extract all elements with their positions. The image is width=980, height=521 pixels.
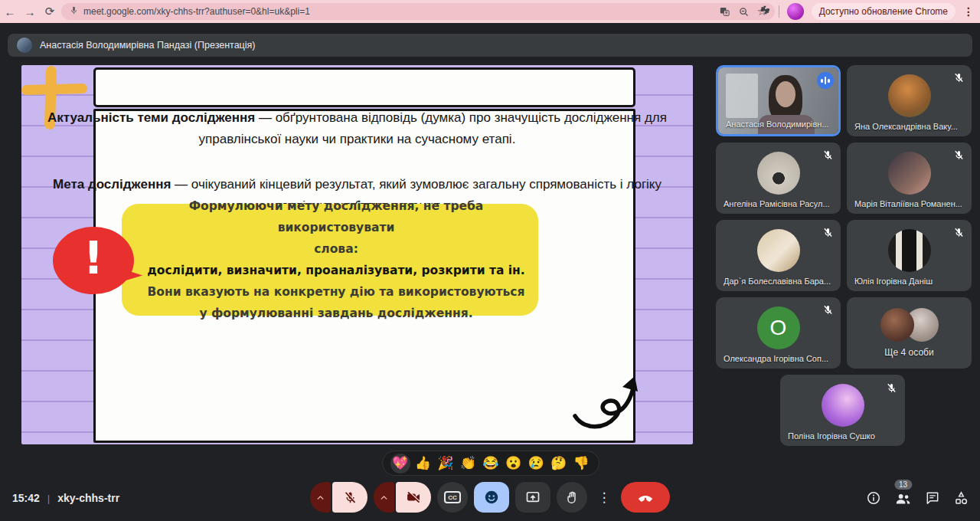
info-icon	[866, 490, 881, 506]
url-text[interactable]: meet.google.com/xky-chhs-trr?authuser=0&…	[83, 6, 711, 17]
hand-icon	[565, 490, 580, 505]
chevron-up-icon	[315, 493, 325, 503]
end-call-button[interactable]	[621, 482, 670, 513]
avatar	[757, 229, 800, 272]
camera-off-button[interactable]	[396, 482, 431, 513]
reaction-cry[interactable]: 😢	[526, 454, 546, 473]
mic-off-icon	[951, 147, 966, 162]
translate-icon[interactable]	[719, 6, 730, 18]
participant-tile[interactable]: Яна Олександрівна Ваку...	[847, 65, 972, 136]
participant-name: Марія Віталіївна Романен...	[854, 199, 962, 208]
present-button[interactable]	[515, 482, 550, 513]
reaction-laugh[interactable]: 😂	[481, 454, 501, 473]
browser-menu-icon[interactable]: ⋮	[963, 5, 974, 18]
smiley-icon	[483, 489, 500, 506]
mic-permission-icon[interactable]	[69, 5, 79, 18]
reactions-bar: 💖 👍 🎉 👏 😂 😮 😢 🤔 👎	[382, 451, 599, 476]
slide-header-box	[93, 67, 635, 107]
toolbar-separator	[779, 5, 779, 18]
captions-button[interactable]: CC	[437, 482, 468, 513]
chat-button[interactable]	[925, 490, 940, 506]
reload-button[interactable]: ⟳	[40, 5, 60, 18]
zoom-out-icon[interactable]	[738, 6, 750, 18]
camera-control	[374, 482, 431, 513]
curly-arrow-doodle	[570, 364, 647, 440]
mic-off-icon	[820, 147, 835, 162]
participant-tile[interactable]: Анастасія Володимирівн...	[716, 65, 841, 136]
presenter-bar[interactable]: Анастасія Володимирівна Пандазі (Презент…	[8, 34, 972, 57]
extensions-puzzle-icon[interactable]	[759, 4, 771, 19]
speaking-indicator-icon	[817, 72, 834, 89]
activities-button[interactable]	[953, 490, 969, 506]
avatar	[757, 152, 800, 195]
mic-off-icon	[820, 302, 835, 317]
participant-tile[interactable]: Ангеліна Рамісівна Расул...	[716, 143, 841, 214]
participant-tile[interactable]: Поліна Ігорівна Сушко	[780, 375, 905, 446]
slide-paragraph-actuality: Актуальність теми дослідження — обґрунто…	[28, 107, 687, 150]
reaction-thumbs-down[interactable]: 👎	[571, 454, 591, 473]
participant-tile[interactable]: Юлія Ігорівна Даніш	[847, 220, 972, 291]
avatar	[888, 74, 931, 117]
browser-toolbar: ← → ⟳ meet.google.com/xky-chhs-trr?authu…	[0, 0, 980, 23]
info-button[interactable]	[866, 490, 881, 506]
participant-tile[interactable]: Марія Віталіївна Романен...	[847, 143, 972, 214]
avatar	[822, 384, 864, 427]
captions-icon: CC	[444, 491, 461, 503]
avatar-initial: О	[757, 306, 800, 349]
mic-off-icon	[882, 378, 900, 397]
reaction-clap[interactable]: 👏	[458, 454, 478, 473]
mic-options-button[interactable]	[310, 482, 331, 513]
participant-name: Яна Олександрівна Ваку...	[854, 122, 958, 131]
divider: |	[47, 493, 50, 504]
clock-time: 15:42	[12, 492, 40, 504]
more-options-button[interactable]: ⋮	[593, 482, 615, 513]
participant-name: Ангеліна Рамісівна Расул...	[724, 199, 830, 208]
people-button[interactable]: 13	[894, 490, 912, 507]
profile-avatar[interactable]	[787, 3, 804, 20]
meeting-code: xky-chhs-trr	[57, 492, 119, 504]
participant-name: Поліна Ігорівна Сушко	[788, 431, 875, 441]
google-meet-window: ← → ⟳ meet.google.com/xky-chhs-trr?authu…	[0, 0, 980, 521]
mic-off-icon	[343, 490, 358, 505]
participant-count-badge: 13	[894, 480, 912, 490]
back-button[interactable]: ←	[0, 5, 20, 18]
activities-icon	[953, 490, 969, 506]
avatar	[888, 152, 931, 195]
address-bar[interactable]: meet.google.com/xky-chhs-trr?authuser=0&…	[61, 3, 775, 20]
mic-off-icon	[951, 224, 966, 240]
overflow-avatars	[847, 308, 972, 342]
avatar	[888, 229, 931, 272]
mic-off-icon	[951, 70, 966, 85]
hang-up-icon	[635, 487, 655, 507]
chrome-update-button[interactable]: Доступно обновление Chrome	[812, 3, 956, 20]
mic-off-button[interactable]	[332, 482, 368, 513]
chat-icon	[925, 490, 940, 506]
call-controls: CC ⋮	[310, 482, 670, 513]
meeting-info: 15:42 | xky-chhs-trr	[12, 479, 119, 517]
presenter-label: Анастасія Володимирівна Пандазі (Презент…	[40, 40, 255, 51]
presenter-avatar	[17, 38, 32, 53]
reaction-surprised[interactable]: 😮	[504, 454, 524, 473]
exclamation-bubble: !	[53, 227, 134, 294]
overflow-tile[interactable]: Ще 4 особи	[847, 297, 972, 369]
raise-hand-button[interactable]	[557, 482, 587, 513]
reaction-thinking[interactable]: 🤔	[549, 454, 569, 473]
reactions-button[interactable]	[474, 482, 509, 513]
forward-button[interactable]: →	[20, 5, 40, 18]
participant-tile[interactable]: О Олександра Ігорівна Соп...	[716, 297, 841, 369]
participant-tile[interactable]: Дар`я Болеславівна Бара...	[716, 220, 841, 291]
overflow-label: Ще 4 особи	[847, 347, 972, 358]
participant-name: Юлія Ігорівна Даніш	[854, 277, 933, 286]
people-icon	[894, 490, 912, 507]
reaction-heart[interactable]: 💖	[390, 454, 410, 473]
meeting-panels: 13	[866, 479, 969, 517]
camera-off-icon	[406, 490, 421, 505]
present-screen-icon	[525, 490, 541, 505]
reaction-thumbs-up[interactable]: 👍	[413, 454, 433, 473]
participant-name: Дар`я Болеславівна Бара...	[724, 277, 831, 286]
reaction-party[interactable]: 🎉	[436, 454, 456, 473]
chevron-up-icon	[379, 493, 389, 503]
camera-options-button[interactable]	[374, 482, 394, 513]
mic-off-icon	[820, 224, 835, 240]
participant-name: Олександра Ігорівна Соп...	[724, 354, 828, 363]
